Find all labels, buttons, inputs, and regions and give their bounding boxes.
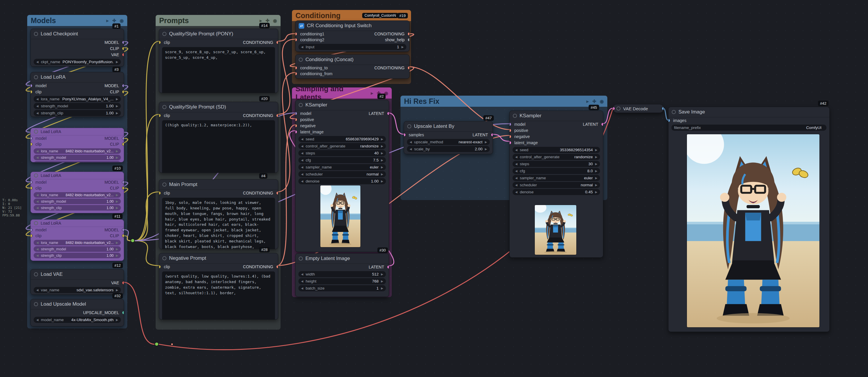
increment-icon[interactable] — [381, 280, 383, 283]
node-header[interactable]: Load LoRA — [31, 220, 124, 227]
increment-icon[interactable] — [381, 165, 383, 169]
node-quality-style-prompt-sd[interactable]: Quality/Style Prompt (SD) clip CONDITION… — [159, 102, 278, 173]
collapse-dot-icon[interactable] — [34, 32, 38, 36]
steps-widget[interactable]: steps 30 — [513, 161, 600, 167]
decrement-icon[interactable] — [36, 247, 39, 251]
lora-name-widget[interactable]: lora_name PonyXLVmas_Atakiyo_V4_... — [34, 96, 121, 102]
positive-input-slot[interactable] — [295, 118, 297, 121]
collapse-dot-icon[interactable] — [672, 110, 676, 114]
increment-icon[interactable] — [116, 200, 118, 203]
model-input-slot[interactable] — [30, 228, 32, 232]
collapse-dot-icon[interactable] — [34, 130, 38, 134]
node-header[interactable]: Upscale Latent By — [404, 121, 493, 132]
node-header[interactable]: Empty Latent Image — [296, 254, 389, 264]
node-header[interactable]: Conditioning (Concat) — [296, 55, 409, 65]
collapse-dot-icon[interactable] — [34, 174, 38, 178]
clip-output-slot[interactable] — [122, 143, 124, 146]
collapse-dot-icon[interactable] — [162, 105, 166, 109]
group-header[interactable]: Hi Res Fix — [401, 96, 607, 107]
conditioning-output-slot[interactable] — [407, 66, 410, 70]
decrement-icon[interactable] — [515, 169, 518, 172]
graph-canvas[interactable]: Models Prompts Conditioning — [0, 0, 868, 377]
node-header[interactable]: Load VAE — [31, 270, 124, 280]
node-header[interactable]: Main Prompt — [159, 180, 278, 190]
strength-clip-widget[interactable]: strength_clip 1.00 — [34, 161, 121, 162]
node-load-lora-bypassed[interactable]: Load LoRA model MODEL clip CLIP lora_nam… — [30, 219, 124, 261]
positive-input-slot[interactable] — [509, 129, 512, 132]
decrement-icon[interactable] — [301, 152, 303, 155]
decrement-icon[interactable] — [301, 287, 303, 290]
decrement-icon[interactable] — [36, 60, 39, 63]
decrement-icon[interactable] — [301, 145, 303, 148]
scheduler-widget[interactable]: scheduler normal — [513, 182, 600, 188]
increment-icon[interactable] — [381, 159, 383, 162]
ckpt-name-widget[interactable]: ckpt_name PONY8oomfy_Ponydiffusion... — [34, 59, 121, 65]
decrement-icon[interactable] — [36, 193, 39, 196]
increment-icon[interactable] — [116, 104, 118, 107]
decrement-icon[interactable] — [36, 150, 39, 153]
increment-icon[interactable] — [485, 148, 487, 151]
run-group-icon[interactable] — [587, 99, 589, 104]
increment-icon[interactable] — [595, 155, 597, 159]
node-header[interactable]: KSampler — [296, 100, 389, 110]
lora-name-widget[interactable]: lora_name 8482 ibldo masturbation_v2... — [34, 192, 121, 198]
model-input-slot[interactable] — [30, 181, 32, 184]
conditioning1-input-slot[interactable] — [295, 32, 297, 36]
collapse-dot-icon[interactable] — [299, 58, 303, 62]
model-output-slot[interactable] — [122, 136, 124, 140]
decrement-icon[interactable] — [301, 273, 303, 276]
vae-output-slot[interactable] — [122, 53, 124, 57]
node-header[interactable]: Load LoRA — [31, 128, 124, 135]
decrement-icon[interactable] — [36, 206, 39, 210]
sampler-name-widget[interactable]: sampler_name euler — [513, 175, 600, 181]
steps-widget[interactable]: steps 40 — [299, 150, 386, 156]
model-output-slot[interactable] — [122, 181, 124, 184]
clip-input-slot[interactable] — [30, 234, 32, 238]
node-header[interactable]: Quality/Style Prompt (SD) — [159, 102, 278, 112]
decrement-icon[interactable] — [301, 280, 303, 283]
strength-model-widget[interactable]: strength_model 1.00 — [34, 103, 121, 109]
collapse-dot-icon[interactable] — [34, 75, 38, 79]
increment-icon[interactable] — [595, 190, 597, 194]
node-header[interactable]: Load Upscale Model — [31, 299, 124, 309]
latent-output-slot[interactable] — [601, 123, 603, 126]
prompt-text-area[interactable]: 1boy, solo, male focus, looking at viewe… — [162, 198, 275, 249]
strength-clip-widget[interactable]: strength_clip 1.00 — [34, 205, 121, 211]
increment-icon[interactable] — [595, 183, 597, 187]
decrement-icon[interactable] — [410, 140, 412, 144]
denoise-widget[interactable]: denoise 1.00 — [299, 178, 386, 184]
decrement-icon[interactable] — [36, 112, 39, 115]
conditioning-to-input-slot[interactable] — [295, 66, 297, 70]
decrement-icon[interactable] — [410, 148, 412, 151]
prompt-text-area[interactable]: score_9, score_8_up, score_7_up, score_6… — [162, 47, 275, 93]
model-output-slot[interactable] — [122, 84, 124, 88]
negative-input-slot[interactable] — [295, 124, 297, 127]
width-widget[interactable]: width 512 — [299, 271, 386, 277]
conditioning-output-slot[interactable] — [407, 32, 410, 36]
seed-widget[interactable]: seed 353368296514354 — [513, 147, 600, 153]
model-name-widget[interactable]: model_name 4x-UltraMix_Smooth.pth — [34, 317, 121, 323]
node-conditioning-concat[interactable]: Conditioning (Concat) conditioning_to CO… — [295, 54, 410, 79]
node-negative-prompt[interactable]: Negative Prompt clip CONDITIONING (worst… — [159, 253, 278, 320]
increment-icon[interactable] — [116, 60, 118, 63]
clip-input-slot[interactable] — [30, 186, 32, 190]
conditioning-output-slot[interactable] — [276, 265, 278, 269]
node-load-vae[interactable]: Load VAE VAE vae_name sdxl_vae.safetenso… — [30, 269, 124, 295]
increment-icon[interactable] — [381, 172, 383, 176]
decrement-icon[interactable] — [301, 172, 303, 176]
decrement-icon[interactable] — [515, 148, 518, 152]
node-header[interactable]: Load LoRA — [31, 172, 124, 179]
run-group-icon[interactable] — [371, 90, 373, 96]
negative-input-slot[interactable] — [509, 135, 512, 138]
decrement-icon[interactable] — [36, 318, 39, 321]
increment-icon[interactable] — [381, 273, 383, 276]
decrement-icon[interactable] — [36, 104, 39, 107]
increment-icon[interactable] — [116, 193, 118, 196]
node-load-upscale-model[interactable]: Load Upscale Model UPSCALE_MODEL model_n… — [30, 299, 124, 326]
increment-icon[interactable] — [381, 145, 383, 148]
collapse-dot-icon[interactable] — [162, 183, 166, 187]
clip-input-slot[interactable] — [30, 90, 32, 94]
model-input-slot[interactable] — [509, 123, 512, 126]
control-after-generate-widget[interactable]: control_after_generate randomize — [299, 143, 386, 149]
decrement-icon[interactable] — [301, 137, 303, 141]
